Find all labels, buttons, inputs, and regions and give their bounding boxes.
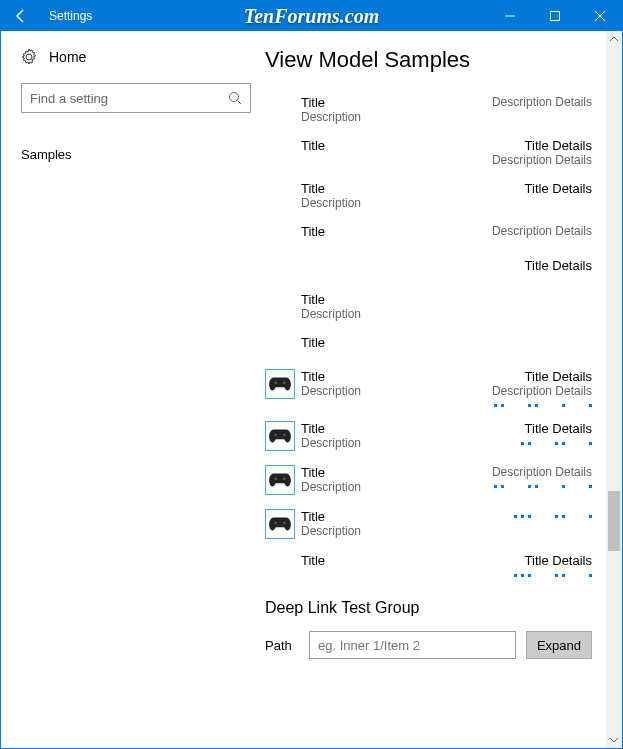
- sample-right: Description Details: [442, 95, 592, 109]
- svg-point-2: [230, 93, 239, 102]
- sample-icon-wrap: [265, 369, 301, 399]
- watermark: TenForums.com: [244, 5, 379, 28]
- sample-description: Description: [301, 110, 442, 124]
- sample-right: Title Details: [442, 258, 592, 273]
- sample-title: Title: [301, 181, 442, 196]
- controller-icon: [267, 427, 293, 445]
- sample-text: Title: [301, 553, 442, 568]
- sample-row[interactable]: TitleTitle DetailsDescription Details: [265, 134, 592, 177]
- sample-icon-wrap: [265, 509, 301, 539]
- sample-text: TitleDescription: [301, 95, 442, 124]
- sample-description-details: Description Details: [442, 384, 592, 398]
- chevron-up-icon: [610, 35, 618, 43]
- sample-right: Title DetailsDescription Details: [442, 369, 592, 407]
- sample-description-details: Description Details: [442, 224, 592, 238]
- sample-row[interactable]: TitleDescriptionDescription Details: [265, 461, 592, 505]
- chevron-down-icon: [610, 736, 618, 744]
- sample-description: Description: [301, 480, 442, 494]
- sample-row[interactable]: TitleDescription Details: [265, 220, 592, 254]
- sample-icon: [265, 421, 295, 451]
- sample-row[interactable]: Title: [265, 331, 592, 365]
- sample-text: Title: [301, 138, 442, 153]
- sample-right: Description Details: [442, 224, 592, 238]
- svg-point-9: [283, 478, 286, 481]
- window-controls: [487, 1, 622, 31]
- path-placeholder: eg. Inner 1/Item 2: [318, 638, 420, 653]
- sample-title: Title: [301, 553, 442, 568]
- sample-right: [442, 509, 592, 518]
- search-input[interactable]: Find a setting: [21, 83, 251, 113]
- home-link[interactable]: Home: [21, 49, 241, 65]
- sidebar-item-samples[interactable]: Samples: [21, 141, 241, 168]
- rating-dots: [442, 404, 592, 407]
- sample-description: Description: [301, 307, 442, 321]
- sample-title: Title: [301, 95, 442, 110]
- sample-title-details: Title Details: [442, 138, 592, 153]
- content-area: View Model Samples TitleDescriptionDescr…: [261, 31, 606, 748]
- sample-title-details: Title Details: [442, 553, 592, 568]
- search-icon: [228, 91, 242, 105]
- sample-row[interactable]: TitleDescriptionDescription Details: [265, 91, 592, 134]
- sample-description: Description: [301, 384, 442, 398]
- scroll-thumb[interactable]: [608, 491, 620, 551]
- sample-description-details: Description Details: [442, 153, 592, 167]
- expand-button[interactable]: Expand: [526, 631, 592, 659]
- sample-text: TitleDescription: [301, 369, 442, 398]
- path-input[interactable]: eg. Inner 1/Item 2: [309, 631, 516, 659]
- close-button[interactable]: [577, 1, 622, 31]
- sample-description: Description: [301, 196, 442, 210]
- maximize-button[interactable]: [532, 1, 577, 31]
- sample-text: Title: [301, 335, 442, 350]
- sample-description-details: Description Details: [442, 95, 592, 109]
- sample-description: Description: [301, 524, 442, 538]
- sample-row[interactable]: TitleTitle Details: [265, 549, 592, 587]
- sample-title-details: Title Details: [442, 421, 592, 436]
- maximize-icon: [550, 11, 560, 21]
- rating-dots: [442, 442, 592, 445]
- minimize-icon: [505, 11, 515, 21]
- page-title: View Model Samples: [265, 47, 592, 73]
- sample-right: Title DetailsDescription Details: [442, 138, 592, 167]
- sample-text: TitleDescription: [301, 509, 442, 538]
- arrow-left-icon: [13, 8, 29, 24]
- deep-link-group-title: Deep Link Test Group: [265, 599, 592, 617]
- sample-right: Title Details: [442, 181, 592, 196]
- sample-right: Description Details: [442, 465, 592, 488]
- sample-row[interactable]: Title Details: [265, 254, 592, 288]
- sample-text: TitleDescription: [301, 465, 442, 494]
- sample-title: Title: [301, 509, 442, 524]
- rating-dots: [442, 515, 592, 518]
- sample-title: Title: [301, 335, 442, 350]
- sample-title: Title: [301, 421, 442, 436]
- controller-icon: [267, 471, 293, 489]
- rating-dots: [442, 574, 592, 577]
- scrollbar[interactable]: [606, 31, 622, 748]
- sample-right: Title Details: [442, 553, 592, 577]
- sample-icon: [265, 509, 295, 539]
- sample-title: Title: [301, 138, 442, 153]
- svg-point-11: [283, 522, 286, 525]
- sample-row[interactable]: TitleDescription: [265, 505, 592, 549]
- sample-row[interactable]: TitleDescriptionTitle Details: [265, 177, 592, 220]
- close-icon: [595, 11, 605, 21]
- scroll-up-button[interactable]: [606, 31, 622, 47]
- sample-text: TitleDescription: [301, 181, 442, 210]
- back-button[interactable]: [1, 1, 41, 31]
- sidebar: Home Find a setting Samples: [1, 31, 261, 748]
- scroll-down-button[interactable]: [606, 732, 622, 748]
- minimize-button[interactable]: [487, 1, 532, 31]
- samples-list: TitleDescriptionDescription DetailsTitle…: [265, 91, 592, 587]
- home-label: Home: [49, 49, 86, 65]
- sample-title-details: Title Details: [442, 258, 592, 273]
- svg-point-4: [274, 382, 277, 385]
- sample-row[interactable]: TitleDescriptionTitle Details: [265, 417, 592, 461]
- svg-line-3: [238, 101, 242, 105]
- sample-title: Title: [301, 465, 442, 480]
- path-label: Path: [265, 638, 299, 653]
- rating-dots: [442, 485, 592, 488]
- sidebar-item-label: Samples: [21, 147, 72, 162]
- sample-description-details: Description Details: [442, 465, 592, 479]
- sample-row[interactable]: TitleDescriptionTitle DetailsDescription…: [265, 365, 592, 417]
- svg-point-5: [283, 382, 286, 385]
- sample-row[interactable]: TitleDescription: [265, 288, 592, 331]
